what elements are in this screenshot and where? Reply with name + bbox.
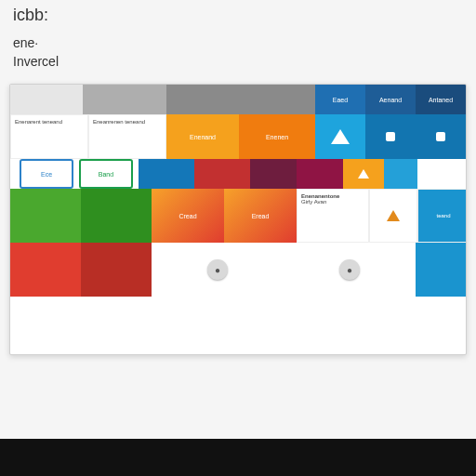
small-tile-2[interactable]: teand <box>417 189 467 243</box>
row-tiles-2: ● ● <box>10 243 466 297</box>
row-tiles-1: Cread Eread Enenanentone Girly Avan tean… <box>10 189 466 243</box>
knob-button-2[interactable]: ● <box>339 259 360 280</box>
header-tab-3[interactable]: Antaned <box>416 85 466 114</box>
strip-magenta[interactable] <box>297 159 343 189</box>
chip-blue[interactable]: Ece <box>20 159 73 189</box>
control-area: ● ● <box>152 243 416 297</box>
green-tile-1[interactable] <box>10 189 81 243</box>
gradient-tile-1[interactable]: Cread <box>152 189 224 243</box>
blue-tile-icon-2[interactable] <box>416 114 466 159</box>
strip-blue[interactable] <box>139 159 194 189</box>
color-strip <box>139 159 466 189</box>
knob-icon: ● <box>347 265 352 275</box>
triangle-up-icon <box>358 169 369 178</box>
info-card[interactable]: Enenanentone Girly Avan <box>297 189 369 243</box>
subtitle-line-1: ene· <box>13 35 38 50</box>
blue-side-tile[interactable] <box>416 243 466 297</box>
knob-button-1[interactable]: ● <box>207 259 228 280</box>
green-tile-2[interactable] <box>81 189 152 243</box>
subtitle-line-2: Invercel <box>13 54 59 69</box>
text-card-1[interactable]: Enenarent teneand <box>10 114 88 159</box>
red-tile-1[interactable] <box>10 243 81 297</box>
text-card-2[interactable]: Eneanrenen teneand <box>88 114 166 159</box>
blue-tile-triangle[interactable] <box>315 114 365 159</box>
orange-tile-2[interactable]: Enenen <box>239 114 315 159</box>
header-tab-2[interactable]: Aenand <box>365 85 416 114</box>
red-tile-2[interactable] <box>81 243 152 297</box>
strip-maroon[interactable] <box>250 159 297 189</box>
triangle-up-icon <box>331 129 350 144</box>
row-cards: Enenarent teneand Eneanrenen teneand Ene… <box>10 114 466 159</box>
chip-green[interactable]: Band <box>79 159 133 189</box>
info-subtitle: Girly Avan <box>301 199 364 205</box>
gradient-tile-2[interactable]: Eread <box>224 189 297 243</box>
orange-tile-1[interactable]: Enenand <box>166 114 239 159</box>
row-header: Eaed Aenand Antaned <box>10 85 466 114</box>
header-spacer-2 <box>83 85 166 114</box>
row-chips: Ece Band <box>10 159 466 189</box>
blue-tile-icon-1[interactable] <box>365 114 416 159</box>
header-tab-1[interactable]: Eaed <box>315 85 365 114</box>
header-spacer-3 <box>166 85 315 114</box>
header-spacer-1 <box>10 85 83 114</box>
dashboard-panel: Eaed Aenand Antaned Enenarent teneand En… <box>9 84 467 355</box>
footer-bar <box>0 439 476 476</box>
page-title: icbb: <box>13 6 48 25</box>
strip-red[interactable] <box>194 159 250 189</box>
module-icon <box>436 132 445 141</box>
triangle-up-icon <box>387 210 400 221</box>
strip-cyan[interactable] <box>384 159 417 189</box>
module-icon <box>386 132 395 141</box>
knob-icon: ● <box>215 265 220 275</box>
strip-orange[interactable] <box>343 159 384 189</box>
small-tile-1[interactable] <box>369 189 417 243</box>
